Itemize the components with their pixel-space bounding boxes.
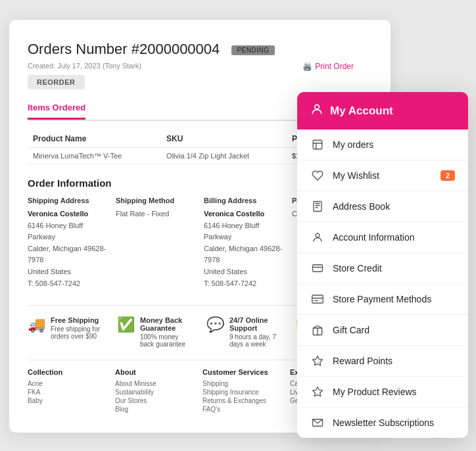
- wishlist-icon: [310, 168, 325, 183]
- billing-phone: T: 508-547-7242: [204, 279, 256, 287]
- menu-items-list: My orders My Wishlist 2 Address Book Acc…: [297, 130, 468, 438]
- print-icon: 🖨️: [302, 62, 312, 71]
- perk-title: 24/7 Online Support: [229, 316, 283, 332]
- footer-link[interactable]: Shipping: [202, 380, 285, 387]
- storecredit-icon: [310, 261, 325, 275]
- footer-link[interactable]: FKA: [28, 389, 110, 396]
- addressbook-icon: [310, 199, 325, 214]
- print-label: Print Order: [315, 62, 354, 71]
- menu-item-gift-card[interactable]: Gift Card: [297, 315, 468, 346]
- reward-icon: [310, 354, 325, 368]
- order-title: Orders Number #2000000004 PENDING: [28, 41, 372, 58]
- svg-point-8: [316, 233, 320, 237]
- menu-item-label: Store Credit: [333, 263, 455, 273]
- shipping-name: Veronica Costello: [28, 210, 88, 218]
- menu-item-label: Store Payment Methods: [333, 294, 455, 304]
- menu-item-label: My Product Reviews: [333, 387, 455, 397]
- newsletter-icon: [310, 415, 325, 430]
- shipping-country: United States: [28, 268, 71, 275]
- menu-item-store-payment-methods[interactable]: Store Payment Methods: [297, 284, 468, 315]
- menu-item-account-information[interactable]: Account Information: [297, 222, 468, 253]
- giftcard-icon: [310, 323, 325, 337]
- order-number: #2000000004: [131, 41, 220, 57]
- tab-items-ordered[interactable]: Items Ordered: [28, 99, 85, 120]
- shipping-method-value: Flat Rate - Fixed: [116, 208, 196, 220]
- shipping-method-block: Shipping Method Flat Rate - Fixed: [116, 197, 196, 289]
- order-title-prefix: Orders Number: [28, 41, 131, 57]
- menu-item-label: Gift Card: [333, 325, 455, 335]
- footer-col-title: Customer Services: [202, 368, 285, 376]
- billing-address-block: Billing Address Veronica Costello 6146 H…: [204, 197, 284, 289]
- billing-city: Calder, Michigan 49628-7978: [204, 245, 282, 264]
- perk-icon: 🚚: [28, 316, 45, 333]
- menu-item-label: My orders: [333, 139, 455, 150]
- svg-rect-11: [312, 295, 323, 303]
- menu-item-address-book[interactable]: Address Book: [297, 191, 468, 222]
- shipping-city: Calder, Michigan 49628-7978: [28, 245, 106, 264]
- svg-rect-9: [313, 265, 323, 272]
- shipping-address-title: Shipping Address: [28, 197, 108, 204]
- menu-item-label: Reward Points: [333, 356, 455, 366]
- orders-icon: [310, 137, 325, 152]
- menu-header: My Account: [297, 92, 468, 130]
- perk-desc: Free shipping for orders over $90: [51, 325, 100, 340]
- shipping-method-title: Shipping Method: [116, 197, 196, 204]
- footer-link[interactable]: Returns & Exchanges: [202, 397, 285, 404]
- footer-link[interactable]: Sustainability: [115, 389, 197, 396]
- menu-item-newsletter-subscriptions[interactable]: Newsletter Subscriptions: [297, 408, 468, 438]
- menu-item-label: Address Book: [333, 201, 455, 212]
- footer-link[interactable]: Blog: [115, 406, 197, 413]
- perk-text: Free Shipping Free shipping for orders o…: [51, 316, 104, 340]
- product-name-cell: Minerva LumaTech™ V-Tee: [28, 148, 161, 164]
- account-icon: [310, 230, 325, 245]
- svg-rect-1: [313, 140, 322, 149]
- menu-item-label: My Wishlist: [333, 170, 433, 181]
- menu-item-my-wishlist[interactable]: My Wishlist 2: [297, 160, 468, 191]
- sku-cell: Olivia 1/4 Zip Light Jacket: [161, 148, 287, 164]
- menu-header-label: My Account: [330, 105, 393, 118]
- reviews-icon: [310, 385, 325, 399]
- payment-icon: [310, 292, 325, 306]
- menu-item-badge: 2: [440, 170, 455, 181]
- perk-desc: 100% money back guarantee: [140, 333, 185, 348]
- billing-street: 6146 Honey Bluff Parkway: [204, 222, 259, 241]
- account-dropdown-menu: My Account My orders My Wishlist 2 Addre…: [297, 92, 468, 438]
- billing-name: Veronica Costello: [204, 210, 264, 218]
- footer-col: CollectionAcneFKABaby: [28, 368, 110, 414]
- footer-link[interactable]: Our Stores: [115, 397, 197, 404]
- order-status-badge: PENDING: [231, 45, 274, 55]
- menu-item-reward-points[interactable]: Reward Points: [297, 346, 468, 377]
- svg-marker-18: [313, 387, 323, 396]
- shipping-street: 6146 Honey Bluff Parkway: [28, 222, 83, 241]
- footer-link[interactable]: Baby: [28, 397, 110, 404]
- col-sku: SKU: [161, 130, 287, 148]
- menu-item-label: Account Information: [333, 232, 455, 243]
- footer-link[interactable]: Shipping Insurance: [202, 389, 285, 396]
- perk-title: Free Shipping: [51, 316, 104, 324]
- svg-marker-17: [313, 356, 323, 366]
- shipping-phone: T: 508-547-7242: [28, 279, 80, 287]
- perk-text: 24/7 Online Support 9 hours a day, 7 day…: [229, 316, 283, 348]
- footer-perk: ✅ Money Back Guarantee 100% money back g…: [117, 316, 193, 348]
- menu-item-store-credit[interactable]: Store Credit: [297, 253, 468, 284]
- footer-link[interactable]: About Minisse: [115, 380, 197, 387]
- perk-text: Money Back Guarantee 100% money back gua…: [140, 316, 193, 348]
- perk-desc: 9 hours a day, 7 days a week: [229, 333, 276, 348]
- footer-col-title: About: [115, 368, 197, 376]
- reorder-button[interactable]: REORDER: [28, 75, 85, 89]
- print-order-link[interactable]: 🖨️ Print Order: [302, 62, 354, 71]
- footer-col-title: Collection: [28, 368, 110, 376]
- menu-item-my-orders[interactable]: My orders: [297, 130, 468, 160]
- perk-icon: 💬: [206, 316, 224, 333]
- footer-link[interactable]: Acne: [28, 380, 110, 387]
- footer-link[interactable]: FAQ's: [202, 406, 285, 413]
- user-icon: [310, 103, 323, 119]
- col-product-name: Product Name: [28, 130, 161, 148]
- svg-rect-4: [314, 202, 321, 212]
- svg-point-0: [315, 105, 320, 109]
- menu-item-product-reviews[interactable]: My Product Reviews: [297, 377, 468, 408]
- shipping-address-block: Shipping Address Veronica Costello 6146 …: [28, 197, 108, 289]
- perk-title: Money Back Guarantee: [140, 316, 193, 332]
- billing-address-title: Billing Address: [204, 197, 284, 204]
- footer-col: AboutAbout MinisseSustainabilityOur Stor…: [115, 368, 197, 414]
